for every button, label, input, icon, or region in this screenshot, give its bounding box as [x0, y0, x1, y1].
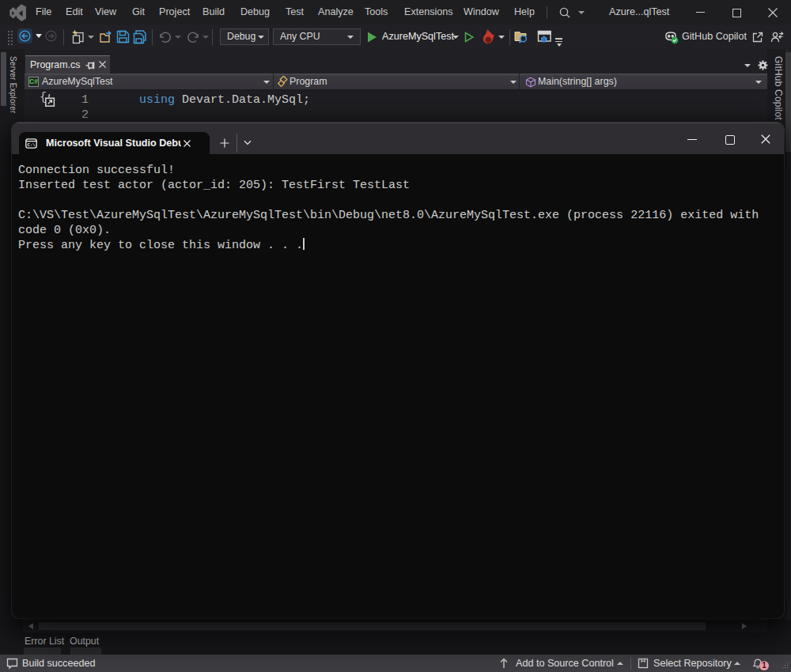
svg-text:C:\: C:\ [28, 142, 36, 148]
